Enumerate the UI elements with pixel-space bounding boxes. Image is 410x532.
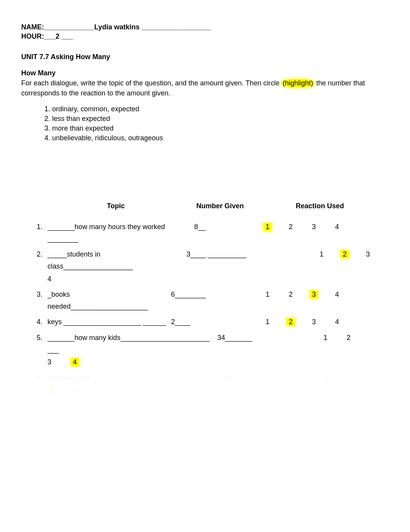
table-row: 4.keys ____________________ ______2____1… — [37, 316, 389, 328]
legend-item: 1. ordinary, common, expected — [44, 105, 389, 113]
reaction-number: 1 — [256, 221, 279, 233]
reaction-number: 4 — [325, 316, 349, 328]
row-number-given: 8__ — [194, 221, 237, 233]
unit-title: UNIT 7.7 Asking How Many — [21, 53, 389, 61]
row-topic: keys ____________________ ______ — [47, 316, 171, 328]
reaction-numbers: 12 — [314, 372, 360, 384]
reaction-number: 3 — [302, 221, 325, 233]
reaction-number: 1 — [256, 316, 279, 328]
instructions-block: How Many For each dialogue, write the to… — [21, 68, 389, 98]
reaction-number: 2 — [337, 372, 360, 384]
table-row: 6.birthday party _______________________… — [37, 372, 389, 396]
table-row: 1._______how many hours they worked ____… — [37, 221, 389, 245]
row-number: 2. — [37, 248, 47, 260]
row-number-given: 2____ — [171, 316, 237, 328]
row-topic: birthday party _________________________… — [47, 372, 210, 384]
table-header: Topic Number Given Reaction Used — [21, 202, 389, 210]
row-number-given: 34_______ — [217, 332, 275, 344]
reaction-numbers: 123 — [310, 248, 380, 260]
reaction-number: 3 — [302, 316, 325, 328]
highlight-word: (highlight) — [281, 79, 314, 87]
reaction-numbers: 1234 — [256, 316, 349, 328]
row-number: 5. — [37, 332, 47, 344]
reaction-number: 4 — [325, 221, 349, 233]
faded-rows — [37, 400, 389, 532]
row-number-given: ____8______ — [210, 372, 275, 384]
row-number: 4. — [37, 316, 47, 328]
reaction-number: 2 — [279, 221, 302, 233]
row-topic: _books needed____________________ — [47, 289, 171, 312]
row-number: 3. — [37, 289, 47, 301]
legend-list: 1. ordinary, common, expected 2. less th… — [44, 105, 389, 142]
row-number-given: 6________ — [171, 289, 237, 301]
row-topic: _______how many kids____________________… — [47, 332, 217, 355]
name-line: NAME:_____________Lydia watkins ________… — [21, 23, 389, 31]
col-number: Number Given — [189, 202, 251, 210]
reaction-number: 2 — [337, 332, 360, 344]
table-row: 5._______how many kids__________________… — [37, 332, 389, 368]
row-number-given: 3____ __________ — [186, 248, 275, 260]
reaction-number: 2 — [279, 316, 302, 328]
legend-item: 2. less than expected — [44, 115, 389, 123]
reaction-numbers: 1234 — [256, 221, 349, 233]
reaction-number: 3 — [302, 289, 325, 301]
reaction-number: 2 — [333, 248, 356, 260]
row-wrap: 34 — [47, 384, 389, 396]
legend-item: 4. unbelievable, ridiculous, outrageous — [44, 134, 389, 142]
hour-line: HOUR:___2 ___ — [21, 32, 389, 41]
hour-label: HOUR: — [21, 32, 44, 40]
rows-container: 1._______how many hours they worked ____… — [37, 221, 389, 396]
reaction-number: 2 — [279, 289, 302, 301]
reaction-number: 1 — [256, 289, 279, 301]
reaction-number: 1 — [314, 372, 337, 384]
table-row: 3._books needed____________________ 6___… — [37, 289, 389, 312]
table-row: 2._____students in class________________… — [37, 248, 389, 285]
row-topic: _______how many hours they worked ______… — [47, 221, 194, 245]
reaction-numbers: 12 — [314, 332, 360, 344]
name-label: NAME: — [21, 23, 44, 31]
row-number: 6. — [37, 372, 47, 384]
col-reaction: Reaction Used — [251, 202, 389, 210]
row-number: 1. — [37, 221, 47, 233]
reaction-number: 1 — [310, 248, 333, 260]
name-value: _____________Lydia watkins _____________… — [44, 23, 211, 31]
row-topic: _____students in class__________________ — [47, 248, 186, 272]
instructions-pre: For each dialogue, write the topic of th… — [21, 79, 281, 87]
reaction-numbers: 1234 — [256, 289, 349, 301]
row-wrap: 4 — [47, 273, 389, 285]
hour-value: ___2 ___ — [44, 32, 73, 40]
reaction-number: 1 — [314, 332, 337, 344]
row-wrap: 34 — [47, 356, 389, 368]
col-topic: Topic — [42, 202, 189, 210]
legend-item: 3. more than expected — [44, 124, 389, 133]
reaction-number: 4 — [325, 289, 349, 301]
section-title: How Many — [21, 69, 56, 77]
reaction-number: 3 — [356, 248, 380, 260]
